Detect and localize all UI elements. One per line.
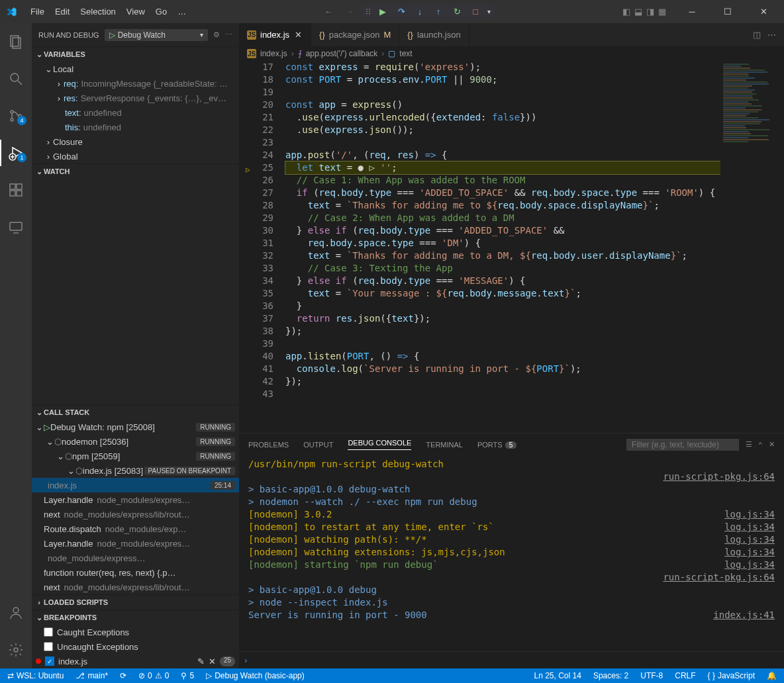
maximize-panel-icon[interactable]: ^: [759, 441, 762, 449]
step-into-icon[interactable]: ↓: [413, 7, 426, 17]
debug-status[interactable]: ▷Debug Watch (basic-app): [204, 671, 307, 680]
code-line[interactable]: // Case 3: Texting the App: [285, 262, 720, 275]
menu-selection[interactable]: Selection: [75, 4, 121, 19]
menu-file[interactable]: File: [25, 4, 50, 19]
code-line[interactable]: [285, 338, 720, 350]
breakpoints-header[interactable]: ⌄BREAKPOINTS: [32, 610, 239, 625]
continue-icon[interactable]: ▶: [376, 7, 389, 17]
variable-row[interactable]: this: undefined: [32, 120, 239, 134]
activity-settings[interactable]: [0, 637, 32, 663]
code-line[interactable]: if (req.body.type === 'ADDED_TO_SPACE' &…: [285, 187, 720, 199]
code-line[interactable]: [285, 388, 720, 400]
variables-header[interactable]: ⌄VARIABLES: [32, 47, 239, 62]
code-line[interactable]: const express = require('express');: [285, 61, 720, 73]
layout-sidebar-left-icon[interactable]: ◧: [622, 7, 630, 17]
code-line[interactable]: text = `Your message : ${req.body.messag…: [285, 287, 720, 300]
panel-tab-output[interactable]: OUTPUT: [303, 441, 333, 449]
code-line[interactable]: app.listen(PORT, () => {: [285, 350, 720, 363]
stack-frame[interactable]: Layer.handlenode_modules/expres…: [32, 492, 239, 507]
menu-…[interactable]: …: [172, 4, 191, 19]
panel-tab-terminal[interactable]: TERMINAL: [426, 441, 463, 449]
filter-settings-icon[interactable]: ☰: [746, 440, 752, 449]
breadcrumbs[interactable]: JS index.js › ⨍ app.post('/') callback ›…: [239, 46, 784, 61]
remote-indicator[interactable]: ⇄WSL: Ubuntu: [5, 671, 66, 680]
more-tab-icon[interactable]: ⋯: [767, 30, 776, 40]
code-line[interactable]: app.post('/', (req, res) => {: [285, 149, 720, 161]
restart-icon[interactable]: ↻: [450, 7, 464, 17]
code-line[interactable]: .use(express.json());: [285, 124, 720, 136]
activity-explorer[interactable]: [0, 28, 32, 55]
callstack-header[interactable]: ⌄CALL STACK: [32, 405, 239, 420]
edit-icon[interactable]: ✎: [197, 657, 205, 666]
code-line[interactable]: return res.json({text});: [285, 312, 720, 325]
tab-package-json[interactable]: {}package.jsonM: [311, 23, 399, 46]
code-line[interactable]: // Case 2: When App was added to a DM: [285, 212, 720, 224]
minimize-button[interactable]: ─: [677, 0, 707, 23]
drag-handle-icon[interactable]: ⁝⁝: [366, 7, 371, 17]
menu-go[interactable]: Go: [150, 4, 172, 19]
code-line[interactable]: .use(express.urlencoded({extended: false…: [285, 111, 720, 124]
language-mode[interactable]: { } JavaScript: [706, 671, 757, 680]
scope-local[interactable]: ⌄Local: [32, 62, 239, 76]
console-source-link[interactable]: run-script-pkg.js:64: [663, 471, 775, 483]
step-out-icon[interactable]: ↑: [432, 7, 445, 17]
code-line[interactable]: req.body.space.type === 'DM') {: [285, 237, 720, 250]
close-panel-icon[interactable]: ✕: [769, 440, 775, 449]
callstack-process[interactable]: ⌄⬡ npm [25059]RUNNING: [32, 449, 239, 463]
debug-config-dropdown-icon[interactable]: ▾: [487, 8, 491, 15]
menu-view[interactable]: View: [121, 4, 150, 19]
nav-forward[interactable]: →: [340, 5, 359, 19]
activity-account[interactable]: [0, 600, 32, 626]
console-source-link[interactable]: log.js:34: [724, 521, 775, 533]
panel-tab-debug-console[interactable]: DEBUG CONSOLE: [348, 439, 411, 450]
callstack-process[interactable]: ⌄⬡ nodemon [25036]RUNNING: [32, 434, 239, 449]
debug-config-selector[interactable]: ▷ Debug Watch ▾: [105, 29, 208, 41]
step-over-icon[interactable]: ↷: [395, 7, 408, 17]
git-branch[interactable]: ⎇main*: [74, 671, 110, 680]
stack-frame[interactable]: node_modules/express…: [32, 551, 239, 565]
code-line[interactable]: [285, 86, 720, 99]
activity-extensions[interactable]: [0, 177, 32, 203]
layout-panel-icon[interactable]: ⬓: [634, 7, 642, 17]
stack-frame[interactable]: Layer.handlenode_modules/expres…: [32, 536, 239, 551]
activity-scm[interactable]: 4: [0, 103, 32, 129]
minimap[interactable]: [720, 61, 784, 433]
stop-icon[interactable]: □: [469, 7, 482, 17]
code-line[interactable]: const PORT = process.env.PORT || 9000;: [285, 73, 720, 86]
scope-global[interactable]: ›Global: [32, 149, 239, 163]
breakpoint-item[interactable]: ✓ index.js ✎ ✕ 25: [32, 654, 239, 668]
stack-frame[interactable]: Route.dispatchnode_modules/exp…: [32, 522, 239, 536]
ports-status[interactable]: ⚲5: [179, 671, 196, 680]
caught-exceptions[interactable]: Caught Exceptions: [32, 625, 239, 639]
watch-header[interactable]: ⌄WATCH: [32, 164, 239, 179]
close-tab-icon[interactable]: ✕: [293, 30, 303, 40]
scope-closure[interactable]: ›Closure: [32, 134, 239, 149]
chevron-down-icon[interactable]: ▾: [200, 31, 203, 38]
more-icon[interactable]: ⋯: [225, 30, 232, 39]
console-prompt[interactable]: ›: [239, 651, 784, 668]
nav-back[interactable]: ←: [319, 5, 338, 19]
git-sync[interactable]: ⟳: [118, 671, 128, 680]
code-line[interactable]: } else if (req.body.type === 'MESSAGE') …: [285, 275, 720, 287]
console-source-link[interactable]: log.js:34: [724, 533, 775, 546]
code-line[interactable]: } else if (req.body.type === 'ADDED_TO_S…: [285, 224, 720, 237]
console-source-link[interactable]: log.js:34: [724, 508, 775, 521]
activity-search[interactable]: [0, 66, 32, 92]
tab-launch-json[interactable]: {}launch.json: [399, 23, 469, 46]
panel-tab-ports[interactable]: PORTS5: [477, 441, 516, 449]
layout-customize-icon[interactable]: ▦: [658, 7, 666, 17]
split-editor-icon[interactable]: ◫: [753, 30, 761, 40]
maximize-button[interactable]: ☐: [712, 0, 743, 23]
debug-toolbar[interactable]: ⁝⁝ ▶ ↷ ↓ ↑ ↻ □ ▾: [362, 5, 495, 18]
play-icon[interactable]: ▷: [109, 30, 115, 40]
variable-row[interactable]: ›res: ServerResponse {_events: {…}, _ev…: [32, 91, 239, 105]
code-line[interactable]: [285, 136, 720, 149]
stack-frame[interactable]: function router(req, res, next) {.p…: [32, 565, 239, 580]
code-line[interactable]: const app = express(): [285, 99, 720, 111]
console-source-link[interactable]: index.js:41: [713, 609, 775, 621]
activity-remote[interactable]: [0, 214, 32, 240]
menu-edit[interactable]: Edit: [50, 4, 75, 19]
code-line[interactable]: ▷ let text = ● ▷ '';: [285, 161, 720, 174]
activity-debug[interactable]: 1: [0, 140, 32, 166]
uncaught-checkbox[interactable]: [44, 642, 53, 651]
